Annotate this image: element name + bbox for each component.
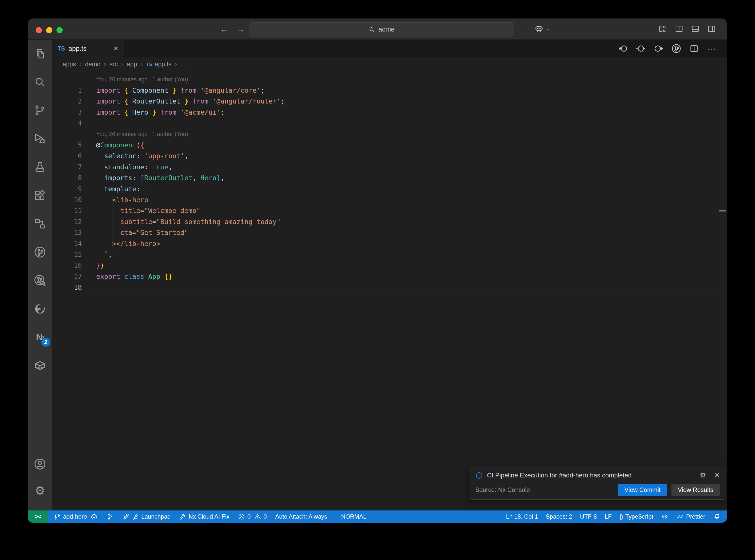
line-number[interactable]: 10 <box>52 196 82 204</box>
sidebar-item-gitlens-inspect[interactable] <box>34 274 46 287</box>
branch-status-item[interactable]: add-hero <box>54 513 98 520</box>
split-editor-button[interactable] <box>689 43 699 54</box>
history-back-button[interactable]: ← <box>220 24 228 34</box>
line-number[interactable]: 1 <box>52 86 82 94</box>
sidebar-item-containers[interactable] <box>34 359 46 372</box>
code-line[interactable]: 13 cta="Get Started" <box>52 227 727 238</box>
indentation-status-item[interactable]: Spaces: 2 <box>546 513 572 520</box>
code-line[interactable]: 16}) <box>52 260 727 271</box>
nx-cloud-ai-fix-status-item[interactable]: Nx Cloud AI Fix <box>179 513 229 520</box>
plug-icon <box>132 513 139 520</box>
line-number[interactable]: 4 <box>52 119 82 127</box>
sidebar-item-explorer[interactable] <box>34 47 46 60</box>
line-number[interactable]: 2 <box>52 97 82 105</box>
command-center-search[interactable]: acme <box>249 22 514 37</box>
sidebar-item-extensions[interactable] <box>34 189 46 202</box>
code-line[interactable]: 3import { Hero } from '@acme/ui'; <box>52 107 727 118</box>
auto-attach-status-item[interactable]: Auto Attach: Always <box>275 513 327 520</box>
breadcrumb-item[interactable]: apps <box>63 61 76 68</box>
toggle-sidebar-button[interactable] <box>674 24 684 34</box>
sidebar-item-search[interactable] <box>34 76 46 88</box>
launchpad-status-item[interactable]: Launchpad <box>122 513 171 520</box>
nav-back-commit-button[interactable] <box>618 43 628 54</box>
sidebar-item-gitlens[interactable] <box>34 246 46 259</box>
copilot-menu[interactable]: ⌄ <box>534 23 551 34</box>
code-line[interactable]: 6 selector: 'app-root', <box>52 151 727 161</box>
view-commit-button[interactable]: View Commit <box>618 484 667 496</box>
editor-scrollbar[interactable] <box>718 71 727 511</box>
accounts-button[interactable] <box>34 458 46 471</box>
code-editor[interactable]: You, 26 minutes ago | 1 author (You)1imp… <box>52 71 727 511</box>
code-line[interactable]: 10 <lib-hero <box>52 194 727 205</box>
code-line[interactable]: 5@Component({ <box>52 140 727 151</box>
line-number[interactable]: 12 <box>52 218 82 225</box>
code-line[interactable]: 4 <box>52 118 727 129</box>
copilot-status-item[interactable] <box>661 513 669 520</box>
language-mode-status-item[interactable]: {} TypeScript <box>619 513 653 520</box>
line-number[interactable]: 17 <box>52 273 82 280</box>
line-number[interactable]: 9 <box>52 185 82 193</box>
history-forward-button[interactable]: → <box>237 24 245 34</box>
line-number[interactable]: 14 <box>52 240 82 247</box>
code-line[interactable]: 2import { RouterOutlet } from '@angular/… <box>52 96 727 107</box>
settings-button[interactable]: ⚙ <box>34 484 46 497</box>
line-number[interactable]: 16 <box>52 261 82 269</box>
line-number[interactable]: 3 <box>52 108 82 116</box>
toggle-panel-button[interactable] <box>690 24 700 34</box>
code-text: cta="Get Started" <box>96 229 188 236</box>
code-line[interactable]: 17export class App {} <box>52 271 727 282</box>
encoding-status-item[interactable]: UTF-8 <box>580 513 597 520</box>
line-number[interactable]: 18 <box>52 283 82 291</box>
notification-close-icon[interactable]: ✕ <box>714 472 720 479</box>
code-line[interactable]: 9 template: ` <box>52 183 727 194</box>
line-number[interactable]: 6 <box>52 152 82 160</box>
current-commit-button[interactable] <box>636 43 646 54</box>
code-line[interactable]: 14 ></lib-hero> <box>52 238 727 249</box>
breadcrumb-item-symbol[interactable]: ... <box>180 61 186 68</box>
nav-forward-commit-button[interactable] <box>653 43 664 54</box>
toggle-secondary-sidebar-button[interactable] <box>707 24 717 34</box>
breadcrumb-item[interactable]: app <box>127 61 137 68</box>
code-line[interactable]: 7 standalone: true, <box>52 161 727 172</box>
line-number[interactable]: 15 <box>52 251 82 258</box>
sidebar-item-nx-console[interactable]: N› 2 <box>34 331 46 344</box>
tab-app-ts[interactable]: TS app.ts ✕ <box>52 40 124 57</box>
line-number[interactable]: 11 <box>52 207 82 215</box>
gitlens-graph-button[interactable] <box>671 43 681 54</box>
formatter-status-item[interactable]: ✓✓ Prettier <box>676 513 705 520</box>
zoom-window-button[interactable] <box>57 27 63 33</box>
breadcrumb-item-file[interactable]: TS app.ts <box>146 61 172 68</box>
minimize-window-button[interactable] <box>46 27 52 33</box>
customize-layout-button[interactable] <box>658 24 668 34</box>
sidebar-item-run-debug[interactable] <box>34 132 46 145</box>
code-line[interactable]: 11 title="Welcmoe demo" <box>52 205 727 216</box>
code-line[interactable]: 8 imports: [RouterOutlet, Hero], <box>52 173 727 183</box>
eol-status-item[interactable]: LF <box>604 513 612 520</box>
remote-indicator[interactable]: >< <box>27 511 48 523</box>
line-number[interactable]: 5 <box>52 141 82 149</box>
problems-status-item[interactable]: 0 0 <box>238 513 267 520</box>
line-number[interactable]: 13 <box>52 229 82 236</box>
more-actions-button[interactable]: ··· <box>707 43 717 54</box>
line-number[interactable]: 8 <box>52 174 82 182</box>
commit-graph-icon <box>106 513 114 520</box>
line-number[interactable]: 7 <box>52 163 82 171</box>
sidebar-item-source-control[interactable] <box>34 104 46 117</box>
code-line[interactable]: 12 subtitle="Build something amazing tod… <box>52 216 727 227</box>
breadcrumb-item[interactable]: demo <box>85 61 101 68</box>
notifications-bell-item[interactable] <box>713 513 720 520</box>
sidebar-item-edge-tools[interactable] <box>34 302 46 315</box>
commit-graph-status-item[interactable] <box>106 513 114 520</box>
view-results-button[interactable]: View Results <box>671 484 720 496</box>
sidebar-item-testing[interactable] <box>34 161 46 174</box>
cursor-position-status-item[interactable]: Ln 18, Col 1 <box>506 513 538 520</box>
breadcrumb-item[interactable]: src <box>110 61 118 68</box>
close-window-button[interactable] <box>36 27 42 33</box>
code-line[interactable]: 15 `, <box>52 249 727 260</box>
sidebar-item-project-view[interactable] <box>34 217 46 230</box>
vim-mode-status-item[interactable]: -- NORMAL -- <box>336 513 372 520</box>
notification-settings-gear-icon[interactable]: ⚙ <box>700 471 706 479</box>
close-tab-icon[interactable]: ✕ <box>113 45 119 53</box>
code-line[interactable]: 1import { Component } from '@angular/cor… <box>52 85 727 96</box>
code-line[interactable]: 18 <box>52 282 727 293</box>
